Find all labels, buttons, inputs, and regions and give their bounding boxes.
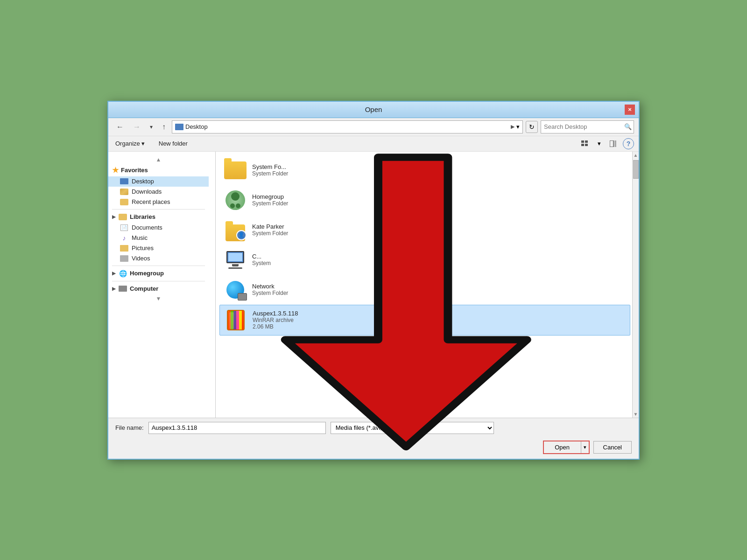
file-type-auspex: WinRAR archive [253, 317, 625, 323]
file-name-homegroup: Homegroup [252, 193, 626, 200]
preview-button[interactable] [607, 138, 619, 149]
sidebar-item-music[interactable]: ♪ Music [108, 233, 209, 243]
file-name-kate-parker: Kate Parker [252, 223, 626, 230]
open-dropdown-button[interactable]: ▾ [581, 441, 589, 453]
sidebar-item-pictures[interactable]: Pictures [108, 243, 209, 253]
back-button[interactable]: ← [113, 121, 127, 133]
sidebar-item-recent-label: Recent places [132, 198, 170, 205]
svg-rect-3 [585, 144, 588, 146]
pictures-icon [120, 245, 129, 252]
svg-rect-4 [610, 140, 613, 147]
filename-label: File name: [115, 424, 144, 431]
organize-bar: Organize ▾ New folder ▾ ? [108, 136, 639, 152]
buttons-row: Open ▾ Cancel [108, 438, 639, 459]
file-info-computer: C... System [252, 253, 626, 266]
up-button[interactable]: ↑ [159, 121, 169, 133]
file-item-auspex[interactable]: Auspex1.3.5.118 WinRAR archive 2.06 MB [219, 305, 630, 336]
file-name-system-top: System Fo... [252, 163, 626, 170]
open-dialog: Open × ← → ▾ ↑ Desktop ▶ ▾ ↻ 🔍 Organize … [107, 101, 640, 460]
navigation-toolbar: ← → ▾ ↑ Desktop ▶ ▾ ↻ 🔍 [108, 118, 639, 136]
file-list-scrollbar[interactable]: ▲ ▼ [632, 152, 639, 418]
dropdown-button[interactable]: ▾ [147, 122, 156, 132]
scroll-up-indicator: ▲ [108, 155, 209, 164]
libraries-arrow-icon: ▶ [112, 214, 116, 219]
file-item-system-folder-top[interactable]: System Fo... System Folder [219, 155, 630, 185]
sidebar-item-desktop-label: Desktop [132, 178, 154, 185]
scroll-up-btn[interactable]: ▲ [633, 152, 639, 158]
sidebar-item-videos[interactable]: Videos [108, 253, 209, 264]
file-type-network: System Folder [252, 290, 626, 296]
filename-input[interactable] [148, 422, 326, 434]
file-info-auspex: Auspex1.3.5.118 WinRAR archive 2.06 MB [253, 310, 625, 330]
music-icon: ♪ [120, 234, 129, 242]
scroll-thumb [633, 160, 639, 179]
homegroup-icon: 🌐 [118, 270, 127, 277]
scroll-down-indicator: ▼ [108, 294, 209, 303]
file-name-auspex: Auspex1.3.5.118 [253, 310, 625, 317]
sidebar-item-downloads-label: Downloads [132, 188, 162, 195]
system-folder-top-icon [224, 159, 247, 182]
svg-rect-0 [581, 140, 584, 143]
forward-button[interactable]: → [130, 121, 144, 133]
open-button[interactable]: Open [544, 441, 581, 453]
svg-rect-1 [585, 140, 588, 143]
file-list: System Fo... System Folder [216, 152, 639, 418]
grid-view-icon [581, 140, 589, 147]
search-bar: 🔍 [541, 120, 634, 133]
kate-parker-icon: 👤 [224, 219, 247, 241]
file-info-kate-parker: Kate Parker System Folder [252, 223, 626, 237]
search-icon: 🔍 [624, 123, 632, 130]
cancel-button[interactable]: Cancel [593, 441, 632, 454]
path-text: Desktop [185, 123, 509, 130]
view-dropdown-button[interactable]: ▾ [593, 138, 605, 149]
title-bar: Open × [108, 102, 639, 118]
computer-icon [118, 285, 127, 293]
file-info-system-top: System Fo... System Folder [252, 163, 626, 177]
new-folder-button[interactable]: New folder [156, 139, 190, 148]
sidebar-item-desktop[interactable]: Desktop [108, 176, 209, 187]
file-item-network[interactable]: Network System Folder [219, 275, 630, 305]
file-name-network: Network [252, 283, 626, 290]
sidebar-separator-2 [112, 266, 205, 266]
favorites-label: Favorites [121, 167, 148, 174]
sidebar-item-documents-label: Documents [132, 224, 162, 231]
sidebar-item-documents[interactable]: 📄 Documents [108, 223, 209, 233]
sidebar-item-recent[interactable]: Recent places [108, 197, 209, 207]
help-button[interactable]: ? [623, 138, 634, 149]
computer-section[interactable]: ▶ Computer [108, 283, 209, 294]
file-item-computer[interactable]: C... System [219, 245, 630, 275]
libraries-label: Libraries [130, 213, 155, 220]
refresh-button[interactable]: ↻ [526, 121, 538, 133]
auspex-icon [225, 309, 247, 331]
filetype-dropdown[interactable]: Media files (*.avi,*.wmv,*.mpg [331, 422, 494, 434]
close-button[interactable]: × [625, 105, 635, 115]
favorites-section[interactable]: ★ Favorites [108, 164, 209, 176]
scroll-down-btn[interactable]: ▼ [633, 412, 639, 417]
libraries-section[interactable]: ▶ Libraries [108, 211, 209, 223]
videos-icon [120, 255, 129, 262]
favorites-star-icon: ★ [112, 166, 119, 175]
file-type-homegroup: System Folder [252, 200, 626, 207]
dialog-title: Open [122, 105, 625, 113]
organize-label: Organize [115, 140, 140, 147]
organize-arrow: ▾ [141, 140, 145, 147]
sidebar-item-pictures-label: Pictures [132, 245, 154, 252]
search-input[interactable] [544, 123, 622, 130]
sidebar-item-downloads[interactable]: Downloads [108, 187, 209, 197]
computer-large-icon [224, 249, 247, 271]
file-size-auspex: 2.06 MB [253, 323, 625, 330]
homegroup-section[interactable]: ▶ 🌐 Homegroup [108, 268, 209, 279]
desktop-icon [120, 178, 129, 185]
network-large-icon [224, 279, 247, 301]
organize-button[interactable]: Organize ▾ [113, 139, 147, 148]
file-item-homegroup[interactable]: Homegroup System Folder [219, 185, 630, 215]
path-bar[interactable]: Desktop ▶ ▾ [172, 120, 523, 133]
path-dropdown-btn[interactable]: ▾ [516, 123, 520, 130]
sidebar-item-videos-label: Videos [132, 255, 150, 262]
view-toggle-button[interactable] [579, 138, 591, 149]
file-info-network: Network System Folder [252, 283, 626, 296]
path-arrow: ▶ [511, 124, 514, 130]
documents-icon: 📄 [120, 224, 129, 231]
file-item-kate-parker[interactable]: 👤 Kate Parker System Folder [219, 215, 630, 245]
homegroup-arrow-icon: ▶ [112, 271, 116, 276]
